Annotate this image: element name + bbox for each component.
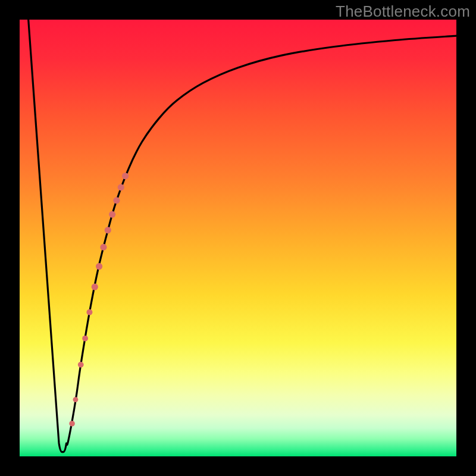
data-marker	[96, 263, 102, 270]
data-marker	[86, 309, 92, 315]
data-marker	[73, 397, 79, 402]
data-marker	[105, 227, 111, 233]
data-marker	[82, 336, 88, 342]
data-marker	[118, 184, 124, 190]
data-marker	[92, 284, 98, 290]
chart-frame: TheBottleneck.com	[0, 0, 476, 476]
data-marker	[78, 362, 84, 368]
plot-area	[20, 20, 456, 456]
data-marker	[113, 197, 120, 203]
bottleneck-curve	[29, 20, 456, 452]
curve-layer	[20, 20, 456, 456]
attribution-text: TheBottleneck.com	[336, 2, 470, 21]
data-marker	[69, 421, 75, 427]
data-marker	[109, 211, 115, 218]
data-marker	[122, 173, 129, 179]
data-marker	[100, 244, 107, 250]
